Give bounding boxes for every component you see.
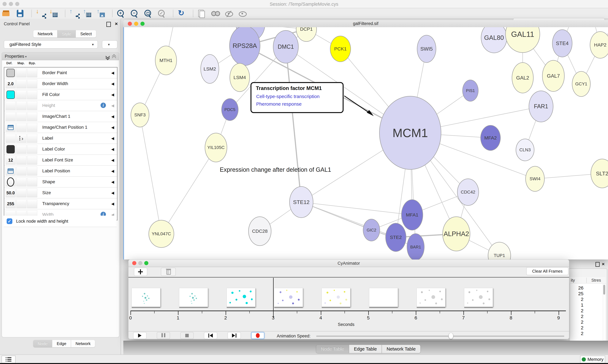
- network-node-ste4[interactable]: STE4: [552, 29, 572, 57]
- show-task-history-button[interactable]: [1, 356, 15, 363]
- property-row-label-position[interactable]: Label Position◀: [4, 166, 117, 177]
- network-node-ste2[interactable]: STE2: [385, 223, 406, 252]
- open-file-icon[interactable]: [2, 9, 11, 18]
- timeline-frame-2[interactable]: [179, 288, 208, 307]
- network-node-gic2[interactable]: GIC2: [363, 219, 380, 241]
- network-node-far1[interactable]: FAR1: [529, 91, 553, 122]
- refresh-layout-icon[interactable]: [177, 9, 186, 18]
- zoom-selected-icon[interactable]: ✓: [157, 9, 166, 18]
- expand-property-icon[interactable]: ◀: [111, 136, 114, 141]
- expand-property-icon[interactable]: ◀: [111, 71, 114, 75]
- previous-button[interactable]: [204, 332, 217, 339]
- import-table-icon[interactable]: [49, 9, 58, 18]
- property-row-label[interactable]: Label◀: [4, 133, 117, 144]
- column-header[interactable]: ity: [571, 278, 575, 283]
- tab-style[interactable]: Style: [57, 30, 76, 38]
- timeline-frame-1[interactable]: [132, 288, 160, 307]
- stop-button[interactable]: [180, 332, 194, 339]
- network-node-mcm1[interactable]: MCM1: [379, 96, 441, 170]
- timeline-frame-3[interactable]: [227, 288, 255, 307]
- property-row-label-color[interactable]: Label Color◀: [4, 144, 117, 155]
- tab-network-bottom[interactable]: Network: [71, 340, 95, 347]
- tab-network[interactable]: Network: [33, 30, 57, 38]
- expand-all-icon[interactable]: [106, 55, 109, 58]
- network-node-mth1[interactable]: MTH1: [155, 46, 177, 75]
- network-node-pck1[interactable]: PCK1: [330, 36, 351, 62]
- network-node-alpha2[interactable]: ALPHA2: [442, 217, 470, 251]
- record-button[interactable]: [251, 332, 264, 339]
- tab-node-table[interactable]: Node Table: [316, 345, 349, 353]
- table-scrollbar[interactable]: [603, 284, 606, 340]
- play-button[interactable]: [133, 332, 146, 339]
- timeline-frame-4[interactable]: [274, 288, 303, 307]
- expand-property-icon[interactable]: ◀: [111, 202, 114, 206]
- export-image-icon[interactable]: [97, 9, 105, 18]
- annotation-box[interactable]: Transcription factor MCM1 Cell-type-spec…: [250, 82, 344, 113]
- float-panel-icon[interactable]: [106, 22, 111, 27]
- property-row-image-chart-position-1[interactable]: Image/Chart Position 1◀: [4, 122, 117, 133]
- tab-edge-table[interactable]: Edge Table: [349, 345, 382, 353]
- network-canvas[interactable]: DCP1RPS28ADMC1PCK1SWI5GAL80GAL11STE4HAP2…: [123, 27, 608, 260]
- network-node-gcy1[interactable]: GCY1: [572, 71, 591, 97]
- zoom-fit-icon[interactable]: [144, 9, 152, 18]
- clear-all-frames-button[interactable]: Clear All Frames: [526, 267, 568, 275]
- network-node-gal2[interactable]: GAL2: [512, 62, 534, 93]
- cyanimator-titlebar[interactable]: CyAnimator: [128, 260, 569, 267]
- property-row-size[interactable]: 50.0Size◀: [4, 188, 117, 198]
- float-panel-icon[interactable]: [595, 262, 600, 267]
- expand-property-icon[interactable]: ◀: [111, 191, 114, 195]
- timeline-frame-7[interactable]: [416, 288, 445, 307]
- text-annotation[interactable]: Expression change after deletion of GAL1: [220, 166, 331, 173]
- tab-select[interactable]: Select: [76, 30, 96, 38]
- tab-node[interactable]: Node: [33, 340, 52, 347]
- show-all-icon[interactable]: [238, 9, 247, 18]
- zoom-in-icon[interactable]: +: [117, 9, 125, 18]
- network-node-dmc1[interactable]: DMC1: [273, 30, 299, 64]
- network-node-lsm4[interactable]: LSM4: [230, 63, 250, 92]
- network-node-cln3[interactable]: CLN3: [516, 139, 534, 161]
- property-row-label-font-size[interactable]: 12Label Font Size◀: [4, 155, 117, 166]
- animation-speed-handle[interactable]: [449, 333, 453, 339]
- property-row-height[interactable]: Heighti◀: [4, 100, 117, 111]
- first-neighbors-icon[interactable]: [211, 9, 220, 18]
- zoom-out-icon[interactable]: −: [130, 9, 139, 18]
- network-window-titlebar[interactable]: galFiltered.sif: [123, 20, 608, 27]
- memory-button[interactable]: Memory: [580, 356, 605, 363]
- next-button[interactable]: [228, 332, 241, 339]
- style-selector-dropdown[interactable]: galFiltered Style ▾: [4, 40, 98, 49]
- annotation-link[interactable]: Cell-type-specific transcription: [256, 94, 319, 99]
- network-node-bar1[interactable]: BAR1: [407, 234, 425, 260]
- network-node-yil105c[interactable]: YIL105C: [205, 133, 227, 162]
- save-icon[interactable]: [16, 9, 24, 18]
- collapse-all-icon[interactable]: [112, 55, 115, 58]
- hide-selected-icon[interactable]: [224, 9, 233, 18]
- property-row-border-width[interactable]: 2.0Border Width◀: [4, 78, 117, 89]
- property-row-image-chart-1[interactable]: Image/Chart 1◀: [4, 111, 117, 122]
- expand-property-icon[interactable]: ◀: [111, 92, 114, 97]
- pause-button[interactable]: [157, 332, 170, 339]
- expand-property-icon[interactable]: ◀: [111, 114, 114, 119]
- network-node-gal7[interactable]: GAL7: [542, 60, 565, 92]
- network-node-mfa2[interactable]: MFA2: [480, 125, 501, 151]
- close-panel-icon[interactable]: ×: [115, 21, 118, 26]
- delete-frame-button[interactable]: [161, 268, 176, 276]
- timeline-area[interactable]: 0123456789 Seconds: [128, 277, 569, 326]
- info-icon[interactable]: i: [100, 103, 106, 108]
- add-frame-button[interactable]: [134, 268, 147, 276]
- export-network-icon[interactable]: [69, 9, 78, 18]
- expand-property-icon[interactable]: ◀: [111, 82, 114, 86]
- property-row-fill-color[interactable]: Fill Color◀: [4, 89, 117, 100]
- network-node-swi4[interactable]: SWI4: [525, 166, 545, 192]
- export-table-icon[interactable]: [83, 9, 92, 18]
- network-node-swi5[interactable]: SWI5: [417, 35, 436, 63]
- expand-property-icon[interactable]: ◀: [111, 158, 114, 162]
- annotation-link[interactable]: Pheromone response: [256, 101, 302, 107]
- property-row-transparency[interactable]: 255Transparency◀: [4, 198, 117, 209]
- tab-edge[interactable]: Edge: [52, 340, 71, 347]
- timeline-frame-6[interactable]: [369, 288, 398, 307]
- network-node-lsm2[interactable]: LSM2: [200, 54, 219, 84]
- network-node-snf3[interactable]: SNF3: [131, 103, 149, 127]
- network-node-pis1[interactable]: PIS1: [462, 80, 479, 102]
- network-node-ste12[interactable]: STE12: [289, 186, 313, 218]
- duplicate-document-icon[interactable]: [197, 9, 206, 18]
